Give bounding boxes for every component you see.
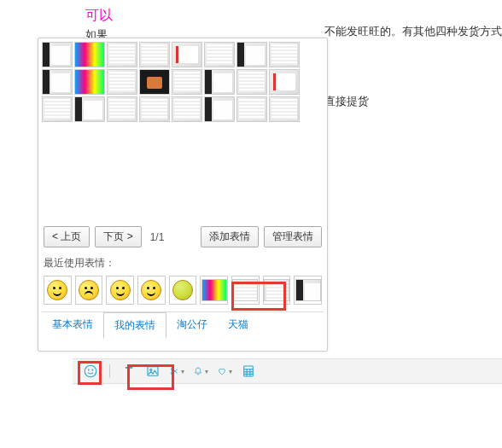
tab-basic-emoji[interactable]: 基本表情: [42, 312, 103, 338]
emoji-thumb[interactable]: [42, 96, 73, 122]
emoji-thumb[interactable]: [236, 69, 267, 95]
emoji-thumb[interactable]: [74, 69, 105, 95]
bg-text-right1: 不能发旺旺的。有其他四种发货方式: [324, 24, 502, 39]
recent-emoji[interactable]: [294, 276, 322, 305]
page-indicator: 1/1: [150, 231, 165, 243]
next-page-button[interactable]: 下页 >: [95, 226, 141, 247]
pagination-row: < 上页 下页 > 1/1 添加表情 管理表情: [42, 221, 324, 253]
image-icon[interactable]: [145, 364, 161, 379]
manage-emoji-button[interactable]: 管理表情: [264, 226, 322, 247]
emoji-thumb[interactable]: [204, 69, 235, 95]
recent-emoji[interactable]: [44, 276, 72, 305]
input-toolbar: T ▾ ▾ ▾: [73, 358, 502, 384]
svg-point-0: [85, 365, 96, 377]
emoji-thumb[interactable]: [74, 42, 105, 67]
tab-my-emoji[interactable]: 我的表情: [103, 312, 166, 339]
recent-emoji[interactable]: [75, 276, 103, 305]
emoji-thumb[interactable]: [236, 42, 267, 67]
emoji-thumb[interactable]: [107, 42, 137, 67]
emoji-thumb[interactable]: [204, 42, 235, 67]
smile-icon[interactable]: [83, 364, 98, 379]
svg-point-4: [150, 369, 152, 370]
svg-point-1: [88, 369, 89, 370]
emoji-thumb[interactable]: [139, 69, 170, 95]
emoji-thumb[interactable]: [269, 96, 300, 122]
svg-rect-7: [244, 366, 254, 376]
emoji-thumb[interactable]: [172, 96, 202, 122]
emoji-category-tabs: 基本表情 我的表情 淘公仔 天猫: [42, 311, 324, 338]
emoji-thumb[interactable]: [107, 96, 137, 122]
emoji-thumb[interactable]: [269, 42, 300, 67]
recent-emoji[interactable]: [169, 276, 197, 305]
recent-emoji[interactable]: [231, 276, 260, 305]
emoji-thumb[interactable]: [74, 96, 105, 122]
emoji-thumb[interactable]: [42, 69, 73, 95]
bell-icon[interactable]: ▾: [193, 364, 208, 379]
recent-emoji[interactable]: [263, 276, 291, 305]
heart-icon[interactable]: ▾: [217, 364, 232, 379]
scissors-icon[interactable]: ▾: [169, 364, 184, 379]
recent-emoji-label: 最近使用表情：: [42, 253, 324, 274]
bg-text-right2: 直接提货: [324, 94, 369, 109]
emoji-thumb[interactable]: [107, 69, 137, 95]
emoji-panel: < 上页 下页 > 1/1 添加表情 管理表情 最近使用表情： 基本表情 我的表…: [38, 38, 328, 352]
page-heading: 可以: [85, 7, 113, 25]
svg-point-2: [92, 369, 93, 370]
tab-taogongzai[interactable]: 淘公仔: [166, 312, 218, 338]
emoji-thumb[interactable]: [172, 42, 202, 67]
emoji-thumb[interactable]: [236, 96, 267, 122]
recent-emoji[interactable]: [137, 276, 166, 305]
add-emoji-button[interactable]: 添加表情: [201, 226, 259, 247]
recent-emoji-row: [42, 274, 324, 306]
emoji-thumb[interactable]: [172, 69, 202, 95]
emoji-thumb[interactable]: [204, 96, 235, 122]
emoji-thumb[interactable]: [139, 96, 170, 122]
tab-tmall[interactable]: 天猫: [218, 312, 259, 338]
toolbar-divider: [109, 364, 110, 378]
custom-emoji-grid: [42, 42, 324, 221]
emoji-thumb[interactable]: [139, 42, 170, 67]
recent-emoji[interactable]: [200, 276, 228, 305]
emoji-thumb[interactable]: [42, 42, 73, 67]
text-icon[interactable]: T: [121, 364, 137, 379]
recent-emoji[interactable]: [106, 276, 134, 305]
prev-page-button[interactable]: < 上页: [44, 226, 90, 247]
emoji-thumb[interactable]: [269, 69, 300, 95]
calculator-icon[interactable]: [241, 364, 256, 379]
